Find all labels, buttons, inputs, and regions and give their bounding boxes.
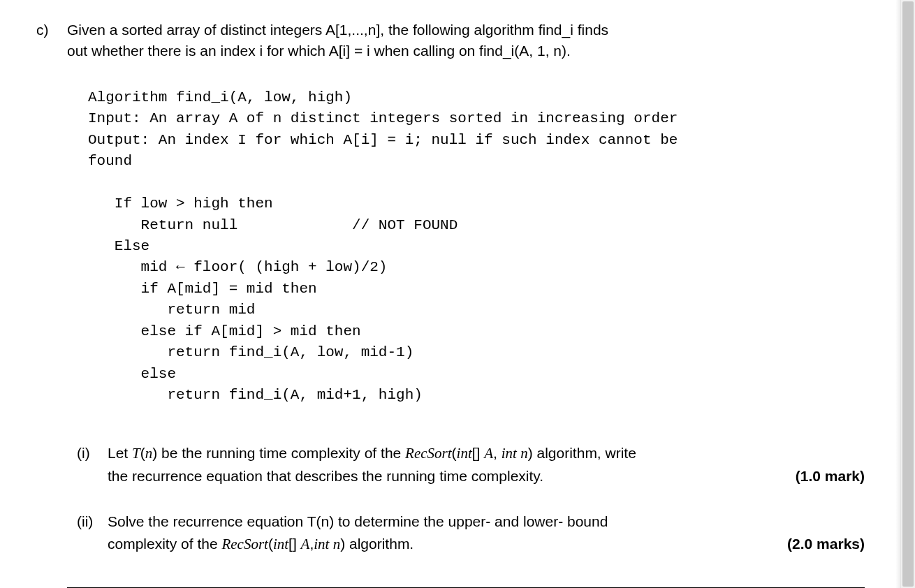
subpart-ii-text: Solve the recurrence equation T(n) to de… <box>108 510 865 555</box>
text-fragment: ( <box>452 445 457 461</box>
subpart-ii-label: (ii) <box>77 510 108 533</box>
marks-badge: (2.0 marks) <box>787 533 865 555</box>
scrollbar-thumb[interactable] <box>902 1 914 587</box>
text-fragment: ) algorithm, write <box>528 445 636 461</box>
marks-badge: (1.0 mark) <box>796 465 865 487</box>
subpart-i-label: (i) <box>77 442 108 464</box>
func-name: RecSort <box>221 536 268 552</box>
param-name: A <box>484 445 493 462</box>
subpart-i-text: Let T(n) be the running time complexity … <box>108 442 865 487</box>
text-fragment: the recurrence equation that describes t… <box>108 468 543 484</box>
text-fragment: [] <box>472 445 485 461</box>
text-fragment: ) be the running time complexity of the <box>152 445 405 461</box>
prompt-line-2: out whether there is an index i for whic… <box>67 41 865 61</box>
scrollbar-track[interactable] <box>900 0 915 588</box>
text-fragment: complexity of the <box>108 536 221 552</box>
type-name: int <box>273 536 288 552</box>
subparts-container: (i) Let T(n) be the running time complex… <box>77 442 865 555</box>
type-name: int <box>457 445 472 462</box>
func-name: RecSort <box>405 445 451 462</box>
text-fragment: ) algorithm. <box>340 536 413 552</box>
param-name: int n <box>314 536 340 552</box>
text-fragment: Solve the recurrence equation T(n) to de… <box>108 513 608 529</box>
subpart-i-row: (i) Let T(n) be the running time complex… <box>77 442 865 487</box>
problem-text: Given a sorted array of distinct integer… <box>67 20 865 588</box>
algorithm-code-block: Algorithm find_i(A, low, high) Input: An… <box>88 87 865 406</box>
document-page: c) Given a sorted array of distinct inte… <box>0 0 901 588</box>
text-fragment: ( <box>268 536 273 552</box>
prompt-line-1: Given a sorted array of distinct integer… <box>67 20 865 41</box>
problem-c-row: c) Given a sorted array of distinct inte… <box>36 20 865 588</box>
param-name: A <box>301 536 310 552</box>
math-var: T <box>132 445 140 462</box>
text-fragment: ( <box>140 445 145 461</box>
text-fragment: [] <box>288 536 301 552</box>
subpart-ii-row: (ii) Solve the recurrence equation T(n) … <box>77 510 865 555</box>
param-name: int n <box>502 445 528 462</box>
problem-label: c) <box>36 20 67 41</box>
text-fragment: Let <box>108 445 132 461</box>
text-fragment: , <box>493 445 502 461</box>
math-var: n <box>145 445 153 462</box>
